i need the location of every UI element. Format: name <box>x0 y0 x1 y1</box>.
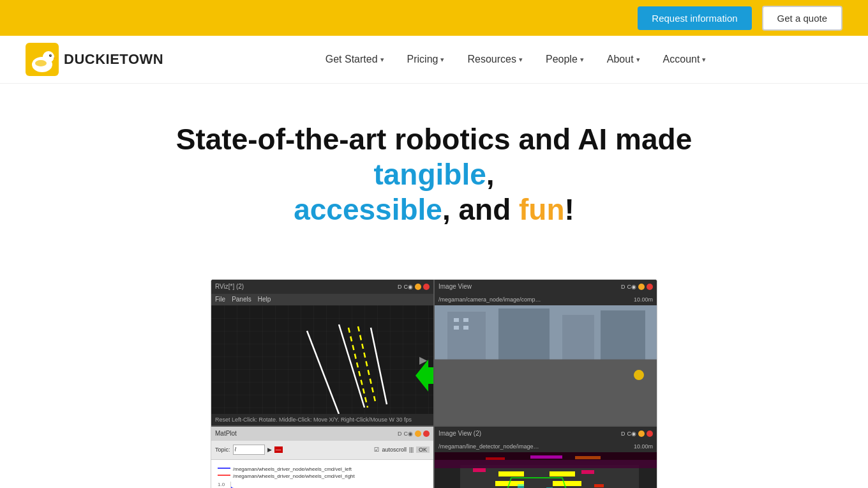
matplot-controls: D C◉ <box>398 431 430 437</box>
svg-rect-59 <box>473 468 486 472</box>
line-detector-view <box>435 452 657 488</box>
image-view-2-title: Image View (2) <box>438 430 481 437</box>
rviz-nav-right: ▶ <box>419 353 427 365</box>
matplot-topic-area: Topic: ▶ — <box>215 445 283 455</box>
minimize-icon[interactable] <box>415 284 421 290</box>
chart-wrapper: 1.0 0.8 0.6 0.4 0.2 <box>218 482 427 488</box>
nav-label-about: About <box>607 54 634 65</box>
chevron-down-icon: ▾ <box>580 56 584 64</box>
image-view-title: Image View <box>438 283 472 290</box>
line-detector-scene <box>435 452 657 488</box>
close-icon[interactable] <box>423 284 430 290</box>
autoscroll-label: autoscroll <box>382 446 407 453</box>
svg-point-3 <box>49 54 52 57</box>
win-icon-c: C◉ <box>404 431 414 437</box>
svg-rect-61 <box>594 484 604 487</box>
matplot-chart-area: /megaman/wheels_driver_node/wheels_cmd/v… <box>211 460 433 488</box>
nav-label-people: People <box>546 54 578 65</box>
screenshot-container: RViz[*] (2) D C◉ File Panels Help <box>211 279 657 488</box>
image-view-2-controls: D C◉ <box>621 431 653 437</box>
topic-label: Topic: <box>215 446 230 453</box>
svg-rect-19 <box>463 318 468 322</box>
minimize-icon[interactable] <box>638 284 645 290</box>
svg-rect-6 <box>211 305 433 414</box>
svg-rect-47 <box>498 471 524 477</box>
nav-item-account[interactable]: Account ▾ <box>653 49 717 70</box>
topic-minus-icon: — <box>274 446 283 453</box>
logo-duck-icon <box>26 43 59 76</box>
menu-panels[interactable]: Panels <box>232 296 251 303</box>
rviz-status-text: Reset Left-Click: Rotate. Middle-Click: … <box>215 416 412 423</box>
y-axis-labels: 1.0 0.8 0.6 0.4 0.2 <box>218 482 230 488</box>
svg-rect-20 <box>454 326 459 330</box>
close-icon[interactable] <box>647 431 653 437</box>
navbar: DUCKIETOWN Get Started ▾ Pricing ▾ Resou… <box>0 36 868 84</box>
hero-title-suffix: , and <box>442 193 519 226</box>
image-path: /megaman/camera_node/image/comp… <box>438 296 541 303</box>
hero-word-fun: fun <box>519 193 565 226</box>
svg-point-29 <box>634 370 644 380</box>
win-icon-c: C◉ <box>404 284 414 290</box>
rviz-grid <box>211 305 433 414</box>
close-icon[interactable] <box>423 431 430 437</box>
get-a-quote-button[interactable]: Get a quote <box>762 6 842 31</box>
nav-item-people[interactable]: People ▾ <box>535 49 594 70</box>
close-icon[interactable] <box>647 284 653 290</box>
nav-item-about[interactable]: About ▾ <box>597 49 650 70</box>
menu-file[interactable]: File <box>215 296 225 303</box>
svg-rect-73 <box>486 457 505 460</box>
nav-item-pricing[interactable]: Pricing ▾ <box>397 49 455 70</box>
svg-rect-68 <box>518 484 524 488</box>
svg-rect-53 <box>550 471 575 477</box>
screenshot-area: RViz[*] (2) D C◉ File Panels Help <box>0 279 868 488</box>
image-view-toolbar: /megaman/camera_node/image/comp… 10.00m <box>435 294 657 305</box>
svg-rect-72 <box>530 455 562 459</box>
logo-link[interactable]: DUCKIETOWN <box>26 43 163 76</box>
legend-line-red <box>218 475 230 476</box>
matplot-bars-icon: ||| <box>409 446 414 453</box>
svg-point-5 <box>35 60 47 66</box>
topic-input[interactable] <box>233 445 265 455</box>
camera-road-view <box>435 305 657 425</box>
svg-rect-21 <box>463 326 468 330</box>
chevron-down-icon: ▾ <box>636 56 640 64</box>
matplot-titlebar: MatPlot D C◉ <box>211 427 433 441</box>
win-icon-d: D <box>621 284 625 290</box>
panel-rviz: RViz[*] (2) D C◉ File Panels Help <box>211 280 433 425</box>
panel-image-view: Image View D C◉ /megaman/camera_node/ima… <box>435 280 657 425</box>
hero-word-tangible: tangible <box>373 158 486 191</box>
request-information-button[interactable]: Request information <box>638 6 751 30</box>
top-bar: Request information Get a quote <box>0 0 868 36</box>
y-label-1-0: 1.0 <box>218 482 230 487</box>
rviz-menubar: File Panels Help <box>211 294 433 305</box>
chevron-down-icon: ▾ <box>440 56 444 64</box>
matplot-ok-btn[interactable]: OK <box>416 446 430 453</box>
rviz-window-controls: D C◉ <box>398 284 430 290</box>
nav-label-pricing: Pricing <box>407 54 438 65</box>
logo-text: DUCKIETOWN <box>64 51 163 68</box>
legend-line-blue <box>218 468 230 469</box>
nav-item-resources[interactable]: Resources ▾ <box>457 49 532 70</box>
chart-legend: /megaman/wheels_driver_node/wheels_cmd/v… <box>218 466 427 479</box>
chart-plot <box>230 482 427 488</box>
minimize-icon[interactable] <box>415 431 421 437</box>
hero-title-prefix: State-of-the-art robotics and AI made <box>176 123 692 156</box>
menu-help[interactable]: Help <box>258 296 271 303</box>
image-zoom: 10.00m <box>634 296 653 303</box>
matplot-title: MatPlot <box>215 430 237 437</box>
matplot-toolbar-right: ☑ autoscroll ||| OK <box>374 446 430 453</box>
nav-label-resources: Resources <box>467 54 516 65</box>
nav-item-get-started[interactable]: Get Started ▾ <box>315 49 394 70</box>
hero-word-accessible: accessible <box>294 193 442 226</box>
panel-image-view-2: Image View (2) D C◉ /megaman/line_detect… <box>435 427 657 488</box>
chevron-down-icon: ▾ <box>380 56 384 64</box>
nav-links: Get Started ▾ Pricing ▾ Resources ▾ Peop… <box>189 49 842 70</box>
legend-label-left: /megaman/wheels_driver_node/wheels_cmd/v… <box>233 466 352 472</box>
nav-label-get-started: Get Started <box>326 54 378 65</box>
autoscroll-checkbox[interactable]: ☑ <box>374 446 379 453</box>
win-icon-c: C◉ <box>627 284 637 290</box>
minimize-icon[interactable] <box>638 431 645 437</box>
win-icon-d: D <box>398 431 402 437</box>
panel-matplot: MatPlot D C◉ Topic: ▶ — ☑ autoscroll <box>211 427 433 488</box>
hero-section: State-of-the-art robotics and AI made ta… <box>0 84 868 254</box>
